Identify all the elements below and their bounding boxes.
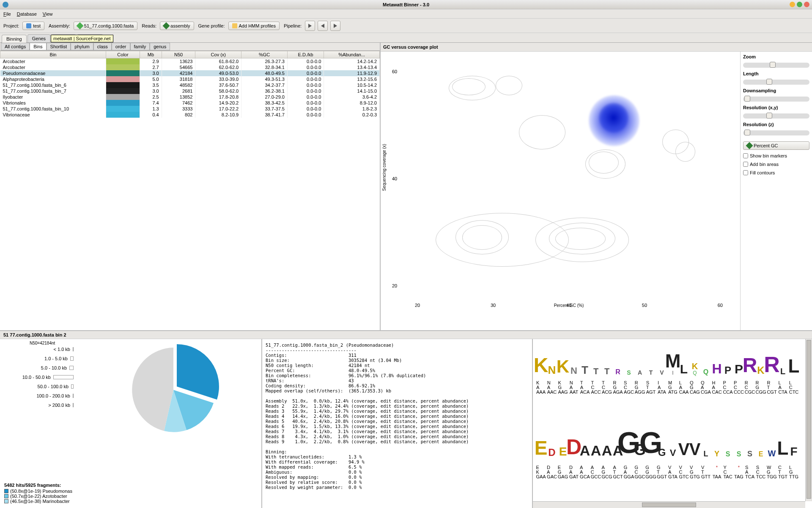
dna2-icon (163, 22, 170, 29)
size-bin-row: 1.0 - 5.0 kb (8, 356, 74, 361)
th-ed[interactable]: E.D./kb (287, 51, 324, 58)
table-row[interactable]: 51_77.contig.1000.fasta_bin_101.3333317.… (0, 106, 380, 112)
reads-button[interactable]: assembly (160, 22, 194, 30)
pipeline-play-button[interactable] (305, 21, 315, 31)
hit-row: (46.5x@1e-38) Marinobacter (4, 499, 72, 504)
add-hmm-button[interactable]: Add HMM profiles (228, 22, 280, 30)
size-bin-row: 50.0 - 100.0 kb (8, 384, 74, 389)
table-row[interactable]: Pseudomonadaceae3.04218449.0-53.048.0-49… (0, 70, 380, 76)
y-tick: 60 (392, 69, 397, 74)
dna-icon (746, 142, 753, 149)
subtab-shortlist[interactable]: Shortlist (47, 43, 71, 50)
pipeline-back-button[interactable] (318, 21, 328, 31)
dna-icon (76, 22, 83, 29)
size-bin-row: 100.0 - 200.0 kb (8, 393, 74, 398)
table-row[interactable]: 51_77.contig.1000.fasta_bin_63.54858237.… (0, 82, 380, 88)
table-row[interactable]: Alphaproteobacteria5.03181833.0-39.049.3… (0, 76, 380, 82)
tab-genes[interactable]: Genes (27, 34, 50, 42)
subtab-genus[interactable]: genus (150, 43, 170, 50)
pipeline-label: Pipeline: (284, 23, 302, 28)
assembly-label: Assembly: (49, 23, 70, 28)
n50-label: N50=42184nt (30, 341, 55, 345)
next-icon (334, 24, 337, 28)
downsampling-label: Downsampling (743, 88, 809, 93)
add-bin-areas-checkbox[interactable]: Add bin areas (743, 162, 809, 167)
hits-title: 5482 hits/5925 fragments: (4, 483, 72, 488)
zoom-label: Zoom (743, 54, 809, 59)
pipeline-next-button[interactable] (330, 21, 340, 31)
project-label: Project: (3, 23, 19, 28)
percent-gc-button[interactable]: Percent GC (743, 141, 809, 150)
table-row[interactable]: Vibrionales7.4746214.9-20.238.3-42.50.0-… (0, 100, 380, 106)
x-tick: 60 (718, 303, 723, 308)
tooltip: metawatt | SourceForge.net (51, 35, 113, 42)
plot-canvas[interactable]: 60 40 20 20 30 40 50 60 (402, 56, 736, 301)
size-bin-row: 10.0 - 50.0 kb (8, 375, 74, 380)
gene-profile-label: Gene profile: (198, 23, 225, 28)
logo-scroll-v[interactable] (805, 339, 812, 501)
pie-pane: N50=42184nt < 1.0 kb1.0 - 5.0 kb5.0 - 10… (0, 339, 262, 508)
subtab-bins[interactable]: Bins (30, 43, 46, 50)
reads-label: Reads: (142, 23, 156, 28)
size-bin-row: 5.0 - 10.0 kb (8, 365, 74, 370)
plot-title: GC versus coverage plot (381, 43, 812, 52)
menu-view[interactable]: View (43, 11, 53, 17)
table-row[interactable]: 51_77.contig.1000.fasta_bin_73.0268158.0… (0, 88, 380, 94)
length-label: Length (743, 71, 809, 76)
hit-row: (50.7x@1e-22) Azotobacter (4, 494, 72, 499)
size-bin-row: < 1.0 kb (8, 347, 74, 352)
pie-chart (127, 343, 220, 436)
detail-text[interactable]: 51_77.contig.1000.fasta_bin_2 (Pseudomon… (262, 339, 533, 508)
window-maximize[interactable] (797, 2, 802, 7)
detail-title: 51 77.contig.1000.fasta bin 2 (0, 331, 812, 339)
app-icon (3, 2, 8, 8)
db-icon (26, 23, 31, 28)
length-slider[interactable] (743, 80, 809, 85)
window-title: Metawatt Binner - 3.0 (383, 2, 429, 7)
bins-table[interactable]: Bin Color Mb N50 Cov (x) %GC E.D./kb %Ab… (0, 51, 380, 118)
size-bin-row: > 200.0 kb (8, 403, 74, 408)
play-icon (308, 24, 312, 28)
assembly-button[interactable]: 51_77.contig.1000.fasta (74, 22, 137, 30)
show-bin-markers-checkbox[interactable]: Show bin markers (743, 153, 809, 158)
x-tick: 20 (415, 303, 420, 308)
th-mb[interactable]: Mb (140, 51, 162, 58)
resxy-slider[interactable] (743, 113, 809, 119)
subtab-all-contigs[interactable]: All contigs (1, 43, 30, 50)
th-n50[interactable]: N50 (162, 51, 195, 58)
subtab-family[interactable]: family (130, 43, 150, 50)
project-button[interactable]: test (22, 22, 44, 30)
hmm-logo-pane[interactable]: K N K N T T T R S A T V MI L KQ Q H (533, 339, 812, 508)
th-cov[interactable]: Cov (x) (195, 51, 241, 58)
hit-row: (50.8x@1e-19) Pseudomonas (4, 489, 72, 494)
subtab-phylum[interactable]: phylum (71, 43, 93, 50)
th-color[interactable]: Color (106, 51, 140, 58)
fill-contours-checkbox[interactable]: Fill contours (743, 170, 809, 175)
y-tick: 20 (392, 283, 397, 288)
subtab-order[interactable]: order (112, 43, 130, 50)
subtab-class[interactable]: class (93, 43, 112, 50)
zoom-slider[interactable] (743, 63, 809, 68)
downsampling-slider[interactable] (743, 97, 809, 102)
x-tick: 40 (566, 303, 571, 308)
plot-area[interactable]: Sequencing coverage (x) (381, 52, 740, 330)
logo-scroll-h[interactable] (533, 501, 805, 508)
resz-slider[interactable] (743, 130, 809, 135)
back-icon (321, 24, 324, 28)
th-abund[interactable]: %Abundan... (324, 51, 380, 58)
x-tick: 50 (642, 303, 647, 308)
menu-database[interactable]: Database (17, 11, 37, 17)
menu-file[interactable]: File (3, 11, 11, 17)
th-gc[interactable]: %GC (241, 51, 288, 58)
y-axis-label: Sequencing coverage (x) (382, 144, 387, 191)
window-close[interactable] (804, 2, 809, 7)
resxy-label: Resolution (x,y) (743, 105, 809, 110)
tab-binning[interactable]: Binning (2, 35, 27, 43)
table-row[interactable]: Ilyobacter2.51385217.8-20.827.0-29.00.0-… (0, 94, 380, 100)
table-row[interactable]: Vibrionaceae0.48028.2-10.938.7-41.70.0-0… (0, 112, 380, 118)
table-row[interactable]: Arcobacter2.91362361.8-62.026.3-27.30.0-… (0, 58, 380, 65)
th-bin[interactable]: Bin (0, 51, 106, 58)
window-minimize[interactable] (790, 2, 795, 7)
folder-icon (232, 23, 237, 28)
table-row[interactable]: Arcobacter2.75466562.0-62.032.8-34.10.0-… (0, 64, 380, 70)
